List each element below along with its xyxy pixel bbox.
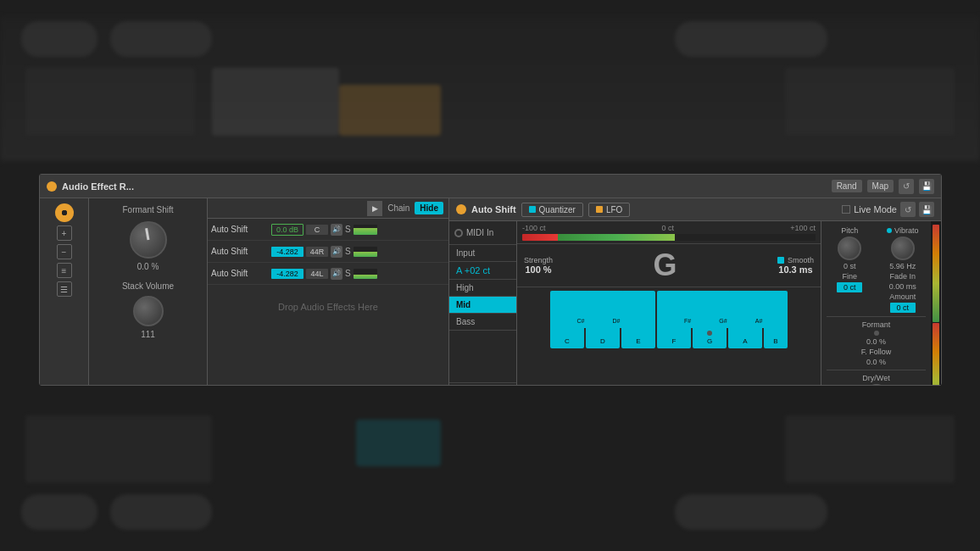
key-Fsharp-label: F#	[684, 318, 691, 324]
quantizer-tab[interactable]: Quantizer	[521, 203, 583, 217]
chain-header: ▶ Chain Hide	[208, 198, 448, 219]
chain-item-name-3: Auto Shift	[211, 269, 269, 278]
smooth-box	[777, 257, 784, 264]
key-Gsharp-label: G#	[719, 318, 727, 324]
key-Dsharp-label: D#	[613, 318, 621, 324]
chain-item: Auto Shift 0.0 dB C 🔊 S	[208, 219, 448, 241]
hide-button[interactable]: Hide	[415, 202, 443, 214]
meter-right-label: +100 ct	[790, 224, 816, 232]
chain-channel-2: 44R	[306, 247, 328, 257]
chain-item-2: Auto Shift -4.282 44R 🔊 S	[208, 241, 448, 263]
chain-waveform-icon-2[interactable]: 🔊	[331, 246, 342, 258]
meter-fill-green	[558, 234, 675, 241]
stack-knob[interactable]	[133, 296, 164, 326]
vibrato-knob[interactable]	[891, 237, 915, 260]
chain-channel-1: C	[306, 225, 328, 235]
root-note-display: G	[644, 248, 685, 283]
autoshift-title: Auto Shift	[471, 204, 516, 214]
add-button[interactable]: +	[57, 225, 72, 241]
chain-items-list: Auto Shift 0.0 dB C 🔊 S Auto Shift -4.28…	[208, 219, 448, 385]
rand-button[interactable]: Rand	[832, 180, 862, 192]
rack-sidebar: ⏺ + − ≡ ☰	[40, 198, 89, 385]
f-follow-value: 0.0 %	[866, 358, 886, 366]
strength-label: Strength	[524, 256, 553, 264]
chain-s-1[interactable]: S	[345, 225, 351, 234]
fade-in-label: Fade In	[889, 272, 916, 281]
key-F-label: F	[672, 337, 677, 345]
formant-panel-value: 0.0 %	[866, 337, 886, 346]
lfo-indicator	[596, 206, 603, 213]
autoshift-power-button[interactable]	[456, 204, 466, 214]
meter-fill-red	[522, 234, 558, 241]
g-root-dot	[707, 331, 712, 336]
pitch-meter-bar	[522, 234, 816, 241]
formant-inner: Formant 0.0 % F. Follow 0.0 %	[827, 320, 926, 366]
live-mode-checkbox[interactable]	[842, 205, 850, 214]
formant-shift-section: Formant Shift 0.0 % Stack Volume 111	[89, 198, 208, 385]
key-E-label: E	[636, 337, 640, 345]
mid-band-button[interactable]: Mid	[449, 297, 516, 314]
formant-knob-container: 0.0 %	[130, 221, 167, 271]
chain-waveform-icon-1[interactable]: 🔊	[331, 224, 342, 236]
quantizer-indicator	[529, 206, 536, 213]
eq-button[interactable]: ≡	[57, 263, 72, 278]
play-button[interactable]: ▶	[367, 201, 382, 216]
pitch-label: Pitch	[841, 226, 858, 235]
midi-in-label: MIDI In	[466, 228, 493, 237]
cycle-icon[interactable]: ↺	[899, 179, 914, 194]
key-A-label: A	[743, 337, 748, 345]
autoshift-save-icon[interactable]: 💾	[919, 202, 934, 217]
formant-panel-section: Formant 0.0 % F. Follow 0.0 %	[827, 316, 926, 366]
formant-dot	[874, 331, 879, 336]
input-button[interactable]: Input	[449, 245, 516, 262]
minus-button[interactable]: −	[57, 244, 72, 259]
pitch-knob[interactable]	[838, 237, 861, 260]
smooth-value: 10.3 ms	[778, 264, 812, 275]
meter-labels: -100 ct 0 ct +100 ct	[522, 224, 816, 232]
chain-label: Chain	[387, 203, 409, 213]
piano-svg: C D E F G A B C# D# F#	[521, 291, 817, 348]
chain-db-1: 0.0 dB	[271, 224, 303, 236]
drywet-section: Dry/Wet 100 %	[827, 370, 926, 385]
high-band-button[interactable]: High	[449, 280, 516, 297]
stack-value: 111	[141, 330, 155, 339]
formant-knob[interactable]	[130, 221, 167, 259]
lfo-tab[interactable]: LFO	[588, 203, 630, 217]
rack-power-toggle[interactable]: ⏺	[55, 203, 74, 222]
pitch-vibrato-row: Pitch 0 st Fine 0 ct Vibrato	[827, 226, 926, 313]
save-icon[interactable]: 💾	[919, 179, 934, 194]
key-D-label: D	[600, 337, 605, 345]
piano-area: C D E F G A B C# D# F#	[517, 287, 821, 385]
map-button[interactable]: Map	[867, 180, 894, 192]
chain-item-3: Auto Shift -4.282 44L 🔊 S	[208, 263, 448, 285]
stack-label: Stack Volume	[122, 281, 174, 291]
chain-s-3[interactable]: S	[345, 269, 351, 278]
fine-value[interactable]: 0 ct	[837, 282, 862, 292]
formant-title: Formant Shift	[122, 205, 173, 214]
amount-value[interactable]: 0 ct	[890, 303, 916, 313]
bass-band-button[interactable]: Bass	[449, 314, 516, 331]
chain-waveform-icon-3[interactable]: 🔊	[331, 268, 342, 280]
formant-panel-label: Formant	[862, 320, 891, 329]
pitch-value: 0 st	[844, 262, 856, 270]
vibrato-label: Vibrato	[894, 226, 918, 235]
chain-meter-1	[354, 225, 377, 235]
key-G-label: G	[707, 337, 712, 345]
f-follow-label: F. Follow	[861, 348, 892, 356]
drywet-knob[interactable]	[865, 384, 888, 385]
drywet-label: Dry/Wet	[862, 374, 889, 382]
list-button[interactable]: ☰	[57, 281, 72, 297]
autoshift-cycle-icon[interactable]: ↺	[900, 202, 916, 217]
rack-body: ⏺ + − ≡ ☰ Formant Shift 0.0 % Stack Volu…	[40, 198, 941, 385]
midi-radio[interactable]	[454, 229, 463, 237]
meter-section: -100 ct 0 ct +100 ct	[517, 221, 821, 244]
fine-label: Fine	[842, 272, 857, 281]
chain-db-2: -4.282	[271, 247, 303, 257]
chain-s-2[interactable]: S	[345, 247, 351, 256]
autoshift-center: -100 ct 0 ct +100 ct Strength	[517, 221, 821, 385]
autoshift-header: Auto Shift Quantizer LFO Live Mode ↺ 💾	[449, 198, 941, 221]
rack-power-button[interactable]	[47, 181, 57, 192]
meter-left-label: -100 ct	[522, 224, 546, 232]
strength-section: Strength 100 %	[524, 256, 553, 275]
strength-value: 100 %	[525, 264, 551, 275]
